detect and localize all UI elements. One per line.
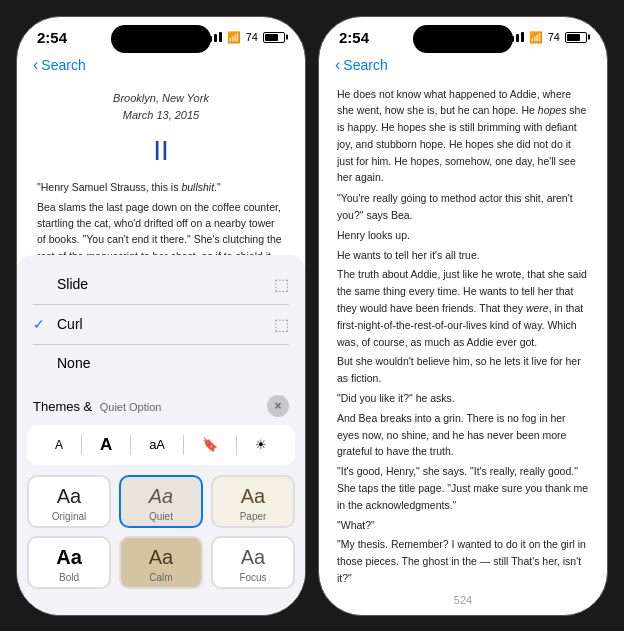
theme-calm-aa: Aa [149,546,173,569]
book-header: Brooklyn, New York March 13, 2015 [37,90,285,125]
large-font-button[interactable]: A [94,433,118,457]
search-bar-right[interactable]: ‹ Search [319,52,607,82]
menu-label-slide: Slide [57,276,88,292]
checkmark-curl: ✓ [33,316,49,332]
right-para-6: But she wouldn't believe him, so he lets… [337,353,589,387]
theme-original[interactable]: Aa Original [27,475,111,528]
font-style-button[interactable]: aA [143,435,171,454]
menu-label-none: None [57,355,90,371]
page-number: 524 [319,590,607,610]
reading-controls: A A aA 🔖 ☀ [27,425,295,465]
theme-focus[interactable]: Aa Focus [211,536,295,589]
status-time-right: 2:54 [339,29,369,46]
right-para-5: The truth about Addie, just like he wrot… [337,266,589,350]
search-label-right: Search [343,57,387,73]
search-bar-left[interactable]: ‹ Search [17,52,305,82]
right-para-3: Henry looks up. [337,227,589,244]
right-para-4: He wants to tell her it's all true. [337,247,589,264]
theme-original-aa: Aa [57,485,81,508]
menu-label-curl: Curl [57,316,83,332]
theme-paper[interactable]: Aa Paper [211,475,295,528]
battery-icon-left [263,32,285,43]
right-para-11: "My thesis. Remember? I wanted to do it … [337,536,589,586]
book-content-right: He does not know what happened to Addie,… [319,82,607,590]
brightness-button[interactable]: ☀ [249,435,273,454]
back-button-left[interactable]: ‹ Search [33,56,86,74]
back-arrow-icon-right: ‹ [335,56,340,74]
close-button[interactable]: × [267,395,289,417]
themes-title: Themes & [33,399,92,414]
theme-bold-label: Bold [59,572,79,583]
wifi-icon: 📶 [227,31,241,44]
divider-3 [183,435,184,455]
theme-grid: Aa Original Aa Quiet Aa Paper Aa Bold Aa [17,469,305,595]
book-para-1: "Henry Samuel Strauss, this is bullshit.… [37,179,285,195]
theme-focus-label: Focus [239,572,266,583]
book-location-line2: March 13, 2015 [37,107,285,125]
right-para-7: "Did you like it?" he asks. [337,390,589,407]
chapter-number: II [37,129,285,174]
right-para-10: "What?" [337,517,589,534]
theme-focus-aa: Aa [241,546,265,569]
right-para-1: He does not know what happened to Addie,… [337,86,589,187]
page-icon: ⬚ [274,315,289,334]
quiet-option-label: Quiet Option [100,401,162,413]
theme-bold[interactable]: Aa Bold [27,536,111,589]
overlay-panel: Slide ⬚ ✓ Curl ⬚ None [17,255,305,615]
theme-quiet-aa: Aa [149,485,173,508]
back-arrow-icon: ‹ [33,56,38,74]
book-location-line1: Brooklyn, New York [37,90,285,108]
theme-quiet[interactable]: Aa Quiet [119,475,203,528]
theme-calm[interactable]: Aa Calm [119,536,203,589]
small-font-button[interactable]: A [49,436,69,454]
search-label-left: Search [41,57,85,73]
theme-original-label: Original [52,511,86,522]
theme-paper-label: Paper [240,511,267,522]
theme-calm-label: Calm [149,572,172,583]
battery-level-right: 74 [548,31,560,43]
slide-menu: Slide ⬚ ✓ Curl ⬚ None [17,255,305,387]
menu-item-none[interactable]: None [33,345,289,381]
menu-item-slide[interactable]: Slide ⬚ [33,265,289,305]
status-icons-left: 📶 74 [204,31,285,44]
wifi-icon-right: 📶 [529,31,543,44]
scroll-icon: ⬚ [274,275,289,294]
back-button-right[interactable]: ‹ Search [335,56,388,74]
right-para-8: And Bea breaks into a grin. There is no … [337,410,589,460]
themes-header: Themes & Quiet Option × [17,387,305,421]
theme-quiet-label: Quiet [149,511,173,522]
status-time-left: 2:54 [37,29,67,46]
divider-1 [81,435,82,455]
divider-4 [236,435,237,455]
phone-left: 2:54 📶 74 ‹ Search [16,16,306,616]
theme-bold-aa: Aa [56,546,82,569]
dynamic-island-right [413,25,513,53]
phones-container: 2:54 📶 74 ‹ Search [16,16,608,616]
phone-right: 2:54 📶 74 ‹ Search [318,16,608,616]
right-para-9: "It's good, Henry," she says. "It's real… [337,463,589,513]
theme-paper-aa: Aa [241,485,265,508]
dynamic-island [111,25,211,53]
battery-icon-right [565,32,587,43]
status-icons-right: 📶 74 [506,31,587,44]
right-para-2: "You're really going to method actor thi… [337,190,589,224]
menu-item-curl[interactable]: ✓ Curl ⬚ [33,305,289,345]
divider-2 [130,435,131,455]
bookmark-button[interactable]: 🔖 [196,435,224,454]
battery-level-left: 74 [246,31,258,43]
